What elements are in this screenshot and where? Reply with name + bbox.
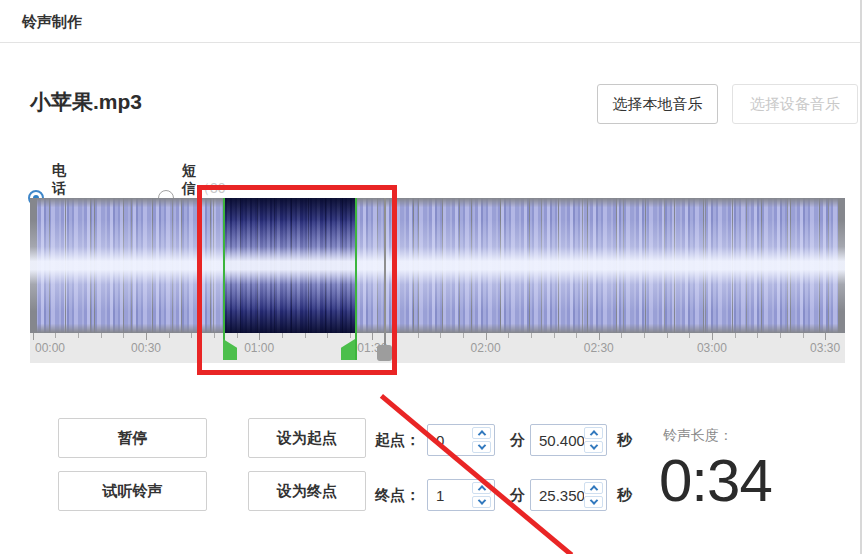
timeline-tick — [667, 333, 668, 338]
timeline-tick — [237, 333, 238, 338]
timeline-tick — [440, 333, 441, 338]
start-minute-spinbox — [427, 424, 495, 456]
waveform-selection-region[interactable] — [223, 198, 355, 333]
file-name: 小苹果.mp3 — [30, 88, 142, 116]
end-second-spinbox — [530, 479, 607, 511]
timeline-tick — [78, 333, 79, 338]
preview-ringtone-button[interactable]: 试听铃声 — [58, 471, 207, 511]
end-second-spinner — [584, 480, 606, 510]
chevron-up-icon — [589, 485, 597, 493]
page-title: 铃声制作 — [22, 0, 82, 43]
playhead-line — [384, 198, 386, 352]
timeline-tick — [531, 333, 532, 338]
chevron-up-icon — [477, 430, 485, 438]
chevron-down-icon — [589, 441, 597, 449]
end-second-input[interactable] — [531, 480, 584, 510]
choose-device-music-button[interactable]: 选择设备音乐 — [732, 84, 858, 124]
timeline-label: 02:00 — [471, 341, 501, 355]
end-minute-input[interactable] — [428, 480, 472, 510]
timeline-tick — [146, 333, 147, 340]
timeline-tick — [305, 333, 306, 338]
start-minute-down-button[interactable] — [472, 441, 491, 453]
chevron-down-icon — [477, 441, 485, 449]
timeline-tick — [191, 333, 192, 338]
chevron-up-icon — [589, 430, 597, 438]
page-header: 铃声制作 — [0, 0, 862, 43]
set-start-button[interactable]: 设为起点 — [248, 418, 366, 458]
end-point-label: 终点： — [375, 479, 420, 511]
timeline-label: 03:00 — [697, 341, 727, 355]
waveform-editor: 00:0000:3001:0001:3002:0002:3003:0003:30 — [30, 198, 845, 363]
waveform[interactable] — [30, 198, 845, 333]
timeline-tick — [418, 333, 419, 338]
timeline-label: 00:00 — [35, 341, 65, 355]
timeline-tick — [350, 333, 351, 338]
timeline-tick — [123, 333, 124, 338]
start-second-spinbox — [530, 424, 607, 456]
playhead-handle[interactable] — [377, 345, 392, 361]
end-minute-down-button[interactable] — [472, 496, 491, 508]
timeline-tick — [327, 333, 328, 338]
end-second-down-button[interactable] — [584, 496, 603, 508]
timeline-tick — [33, 333, 34, 340]
timeline-tick — [780, 333, 781, 338]
timeline-tick — [463, 333, 464, 338]
timeline-label: 00:30 — [131, 341, 161, 355]
selection-end-line — [355, 198, 357, 360]
pause-button[interactable]: 暂停 — [58, 418, 207, 458]
waveform-stripes — [36, 198, 838, 333]
selection-start-line — [223, 198, 225, 360]
start-second-up-button[interactable] — [584, 427, 603, 439]
timeline-tick — [803, 333, 804, 338]
end-minute-up-button[interactable] — [472, 482, 491, 494]
timeline-tick — [689, 333, 690, 338]
timeline-tick — [576, 333, 577, 338]
timeline-tick — [825, 333, 826, 340]
end-second-up-button[interactable] — [584, 482, 603, 494]
start-second-spinner — [584, 425, 606, 455]
timeline-tick — [282, 333, 283, 338]
start-minute-input[interactable] — [428, 425, 472, 455]
timeline-tick — [169, 333, 170, 338]
start-second-down-button[interactable] — [584, 441, 603, 453]
ringtone-length-label: 铃声长度： — [663, 427, 733, 445]
timeline-tick — [214, 333, 215, 338]
timeline-tick — [101, 333, 102, 338]
timeline-tick — [508, 333, 509, 338]
annotation-arrow — [380, 394, 573, 554]
selection-start-flag[interactable] — [223, 339, 237, 360]
end-minute-spinner — [472, 480, 494, 510]
chevron-down-icon — [477, 496, 485, 504]
end-minute-spinbox — [427, 479, 495, 511]
window-edge — [860, 0, 862, 554]
timeline-tick — [644, 333, 645, 338]
timeline-tick — [259, 333, 260, 340]
end-second-unit: 秒 — [617, 479, 632, 511]
ringtone-length-value: 0:34 — [659, 446, 772, 515]
end-minute-unit: 分 — [510, 479, 525, 511]
timeline-tick — [757, 333, 758, 338]
start-minute-unit: 分 — [510, 424, 525, 456]
timeline-tick — [55, 333, 56, 338]
chevron-up-icon — [477, 485, 485, 493]
choose-local-music-button[interactable]: 选择本地音乐 — [597, 84, 718, 124]
chevron-down-icon — [589, 496, 597, 504]
start-second-unit: 秒 — [617, 424, 632, 456]
timeline-tick — [599, 333, 600, 340]
timeline-tick — [735, 333, 736, 338]
set-end-button[interactable]: 设为终点 — [248, 471, 366, 511]
timeline-label: 03:30 — [810, 341, 840, 355]
timeline-tick — [395, 333, 396, 338]
timeline-tick — [554, 333, 555, 338]
timeline-tick — [621, 333, 622, 338]
selection-end-flag[interactable] — [341, 339, 355, 360]
timeline-strip: 00:0000:3001:0001:3002:0002:3003:0003:30 — [30, 333, 845, 363]
start-point-label: 起点： — [375, 424, 420, 456]
start-minute-up-button[interactable] — [472, 427, 491, 439]
timeline-tick — [372, 333, 373, 340]
timeline-tick — [486, 333, 487, 340]
timeline-label: 02:30 — [584, 341, 614, 355]
timeline-label: 01:00 — [244, 341, 274, 355]
timeline-tick — [712, 333, 713, 340]
start-second-input[interactable] — [531, 425, 584, 455]
